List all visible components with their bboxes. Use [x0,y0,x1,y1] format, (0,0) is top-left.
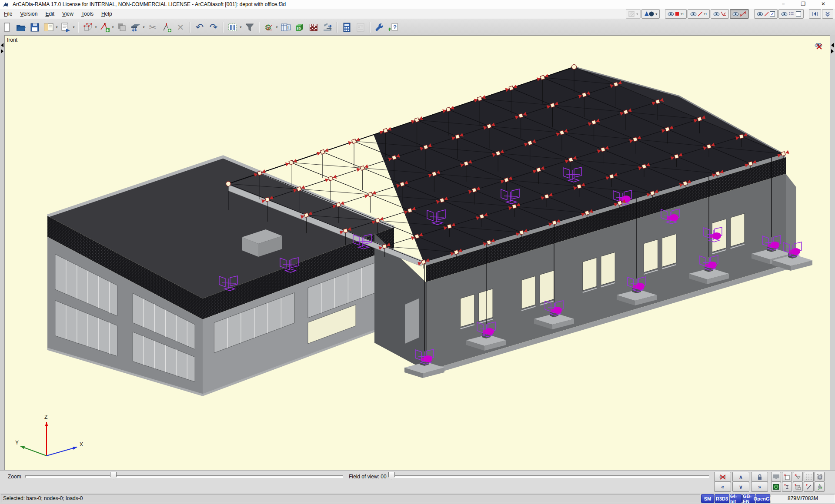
axis-y-label: Y [15,440,19,446]
toolbar-new-structure-dropdown[interactable]: ▾ [94,25,98,29]
view-toggle-mesh-visibility[interactable] [778,9,804,19]
toolbar-results-table-button[interactable]: I [280,21,292,33]
toolbar-save-button[interactable] [29,21,41,33]
toolbar-separator [259,22,260,33]
view-toggle-dimensions[interactable] [730,9,749,19]
nav-pan-down-button[interactable]: ∨ [732,482,749,492]
toolbar-copy-button[interactable] [116,21,128,33]
toolbar-project-manager-button[interactable] [43,21,55,33]
toolbar-calculations-button[interactable]: ⚙ [263,21,275,33]
title-bar: ArCADia-RAMA 17.0 License for INTERNAL, … [0,0,835,9]
view-toggle-fit-view[interactable] [809,9,821,19]
close-button[interactable]: ✕ [816,0,831,8]
nav-selection-frame-button[interactable] [815,472,825,482]
nav-target-green-button[interactable] [771,482,781,492]
memory-indicator: 879M/7083M [771,494,835,503]
nav-add-triangle-button[interactable] [793,472,803,482]
toolbar-filter-button[interactable] [244,21,256,33]
3d-viewport[interactable]: ZYX front [4,35,830,471]
status-badge-opengl: OpenGL [756,494,770,503]
field-of-view-slider[interactable] [391,475,709,478]
nav-wait-select-button[interactable] [782,482,792,492]
toolbar-new-button[interactable] [1,21,13,33]
toolbar-generators-dropdown[interactable]: ▾ [142,25,146,29]
structure-model[interactable]: ZYX [5,36,830,471]
toolbar-view-3d-button[interactable]: 3D [294,21,306,33]
splitter-arrow-right-icon[interactable] [1,49,3,53]
menu-file[interactable]: File [0,10,16,18]
toolbar-wrench-button[interactable] [374,21,386,33]
view-toggle-render-mode[interactable]: ▾ [626,9,641,19]
svg-text:3D: 3D [297,27,301,30]
nav-draw-line-button[interactable] [804,482,814,492]
splitter-arrow-left-icon[interactable] [831,43,834,47]
view-toggle-loads[interactable]: ✓ [754,9,778,19]
toolbar-reports-dropdown[interactable]: ▾ [72,25,76,29]
nav-add-rect-button[interactable] [782,472,792,482]
minimize-button[interactable]: − [776,0,791,8]
toolbar-calculations-dropdown[interactable]: ▾ [275,25,279,29]
toolbar-redo-button[interactable]: ↷ [207,21,220,33]
toolbar-add-bar-dropdown[interactable]: ▾ [111,25,115,29]
splitter-arrow-left-icon[interactable] [1,43,3,47]
hide-view-icon[interactable] [814,42,824,50]
menu-version[interactable]: Version [16,10,41,18]
nav-screen-button[interactable] [771,472,781,482]
zoom-slider[interactable] [25,475,343,478]
toolbar-mesh-button[interactable] [307,21,320,33]
menu-help[interactable]: Help [97,10,116,18]
toolbar-delete-button[interactable]: ✕ [174,21,187,33]
toolbar-add-node-button[interactable] [160,21,173,33]
toolbar-calculator-button[interactable] [341,21,353,33]
splitter-arrow-right-icon[interactable] [831,49,834,53]
status-badge-r3d3: R3D3 [715,494,729,503]
nav-pan-right-button[interactable]: » [751,482,768,492]
nav-pan-up-button[interactable]: ∧ [732,472,749,482]
nav-find-off-button[interactable] [714,472,731,482]
toolbar-help-button[interactable]: ? [387,21,400,33]
toolbar-align-button[interactable] [321,21,334,33]
zoom-slider-thumb[interactable] [110,472,117,480]
field-of-view-label: Field of view: 00 [349,474,387,480]
toolbar-separator [190,22,190,33]
app-icon [3,1,9,8]
view-toggle-collapse[interactable] [822,9,833,19]
toolbar-add-bar-button[interactable] [99,21,111,33]
view-toggle-supports[interactable] [711,9,729,19]
field-of-view-slider-thumb[interactable] [388,472,395,480]
arcadia-rama-window: { "window": { "title": "ArCADia-RAMA 17.… [0,0,835,504]
view-toggle-node-numbers[interactable]: 11 [665,9,686,19]
toolbar-new-structure-button[interactable] [82,21,94,33]
nav-rotate-tool-button[interactable] [815,482,825,492]
left-splitter[interactable] [0,35,4,470]
menu-edit[interactable]: Edit [41,10,58,18]
toolbar-sections-button[interactable] [227,21,239,33]
toolbar-undo-button[interactable]: ↶ [194,21,206,33]
svg-text:I: I [287,25,289,30]
main-toolbar: ▾▾▾▾▾✂✕↶↷▾⚙▾I3D? [0,19,835,36]
status-badge-64-bit: 64-bit [730,494,742,503]
restore-button[interactable]: ❐ [796,0,811,8]
toolbar-project-manager-dropdown[interactable]: ▾ [55,25,59,29]
axis-x-label: X [80,441,83,448]
view-toolbar: ▾▾1111✓ [626,9,833,19]
view-toggle-bar-numbers[interactable]: 11 [688,9,710,19]
nav-lock-view-button[interactable] [751,472,768,482]
toolbar-open-button[interactable] [15,21,27,33]
toolbar-sections-dropdown[interactable]: ▾ [239,25,243,29]
nav-grid-dots-button[interactable] [804,472,814,482]
toolbar-generators-button[interactable] [130,21,142,33]
selection-status: Selected: bars-0; nodes-0; loads-0 [1,494,700,503]
nav-grid-add-button[interactable] [793,482,803,492]
menu-tools[interactable]: Tools [77,10,97,18]
nav-pan-left-button[interactable]: « [714,482,731,492]
toolbar-reports-button[interactable] [60,21,72,33]
view-toggle-display-style[interactable]: ▾ [641,9,660,19]
svg-text:⚙: ⚙ [264,23,272,32]
status-bar: Selected: bars-0; nodes-0; loads-0 SMR3D… [0,493,835,504]
menu-view[interactable]: View [58,10,77,18]
view-name-label: front [7,37,17,43]
right-splitter[interactable] [830,35,835,470]
toolbar-report-button[interactable] [354,21,367,33]
toolbar-cut-button[interactable]: ✂ [147,21,159,33]
